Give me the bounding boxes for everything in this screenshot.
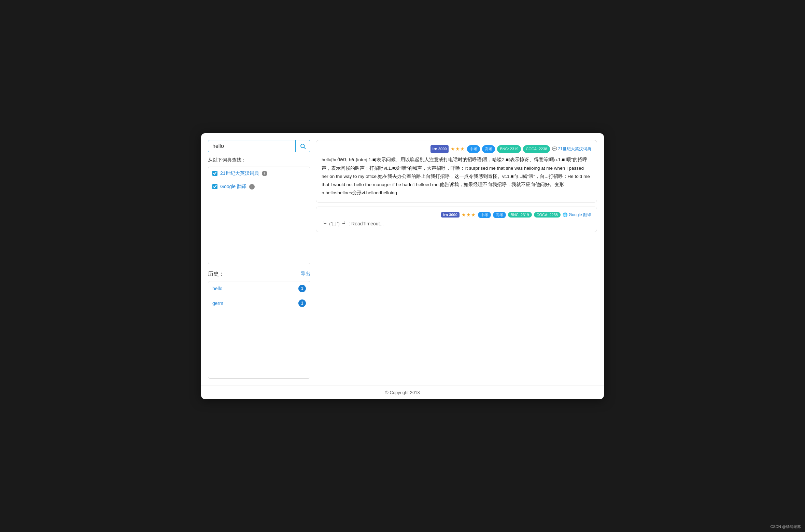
source-icon-1: 💬 <box>552 145 557 152</box>
history-header: 历史： 导出 <box>208 270 310 278</box>
dict-option-name-2: Google 翻译 <box>220 184 246 190</box>
source-google-2[interactable]: 🌐 Google 翻译 <box>563 212 591 218</box>
history-list: hello 1 germ 1 <box>208 281 310 379</box>
dict-option-name-1: 21世纪大英汉词典 <box>220 170 259 177</box>
result-card-2: Irn 3000 ★★★ 中考 高考 BNC: 2319 COCA: 2238 … <box>316 207 597 232</box>
result-card-1: Irn 3000 ★★★ 中考 高考 BNC: 2319 COCA: 2238 … <box>316 140 597 202</box>
badge-gaokao-1: 高考 <box>482 145 495 153</box>
dict-options: 21世纪大英汉词典 i Google 翻译 i <box>208 167 310 264</box>
badge-zhongkao-1: 中考 <box>467 145 480 153</box>
source-name-1: 21世纪大英汉词典 <box>558 145 591 152</box>
result-header-1: Irn 3000 ★★★ 中考 高考 BNC: 2319 COCA: 2238 … <box>322 145 591 153</box>
dict-section-label: 从以下词典查找： <box>208 157 310 163</box>
source-name-2: Google 翻译 <box>569 212 591 218</box>
source-21-1[interactable]: 💬 21世纪大英汉词典 <box>552 145 591 152</box>
copyright: © Copyright 2018 <box>385 390 420 395</box>
history-count-hello: 1 <box>298 285 306 292</box>
error-text-2: ┗（'口'）┛ : ReadTimeout... <box>322 221 591 227</box>
result-text-1: hello[heˈləʊ; hə-]interj.1.■[表示问候、用以唤起别人… <box>322 156 591 197</box>
export-link[interactable]: 导出 <box>301 271 310 277</box>
result-header-2: Irn 3000 ★★★ 中考 高考 BNC: 2319 COCA: 2238 … <box>322 212 591 218</box>
footer: © Copyright 2018 <box>201 386 604 399</box>
left-panel: 从以下词典查找： 21世纪大英汉词典 i Google 翻译 i 历史： 导出 <box>208 140 310 379</box>
dict-checkbox-2[interactable] <box>212 184 217 189</box>
search-input[interactable] <box>208 140 295 152</box>
history-item-germ[interactable]: germ 1 <box>208 296 310 310</box>
info-icon-1[interactable]: i <box>262 171 267 176</box>
history-count-germ: 1 <box>298 299 306 307</box>
info-icon-2[interactable]: i <box>249 184 255 190</box>
irn-badge-1: Irn 3000 <box>430 145 449 153</box>
history-word-hello: hello <box>212 286 223 291</box>
stars-1: ★★★ <box>451 145 465 153</box>
dict-option-2[interactable]: Google 翻译 i <box>208 180 310 193</box>
history-item-hello[interactable]: hello 1 <box>208 281 310 296</box>
badge-coca-2: COCA: 2238 <box>534 212 561 218</box>
badge-bnc-2: BNC: 2319 <box>508 212 532 218</box>
history-label: 历史： <box>208 270 224 278</box>
search-button[interactable] <box>295 140 310 152</box>
search-icon <box>300 143 306 149</box>
watermark: CSDN @杨浦老苏 <box>771 524 801 529</box>
irn-badge-2: Irn 3000 <box>441 212 460 218</box>
dict-option-1[interactable]: 21世纪大英汉词典 i <box>208 167 310 180</box>
right-panel: Irn 3000 ★★★ 中考 高考 BNC: 2319 COCA: 2238 … <box>316 140 597 379</box>
badge-zhongkao-2: 中考 <box>478 212 491 218</box>
svg-line-1 <box>304 147 305 149</box>
stars-2: ★★★ <box>462 212 476 218</box>
search-bar <box>208 140 310 152</box>
badge-gaokao-2: 高考 <box>493 212 506 218</box>
source-icon-2: 🌐 <box>563 212 568 217</box>
dict-checkbox-1[interactable] <box>212 171 217 176</box>
badge-bnc-1: BNC: 2319 <box>497 145 521 153</box>
history-word-germ: germ <box>212 300 223 306</box>
badge-coca-1: COCA: 2238 <box>523 145 550 153</box>
